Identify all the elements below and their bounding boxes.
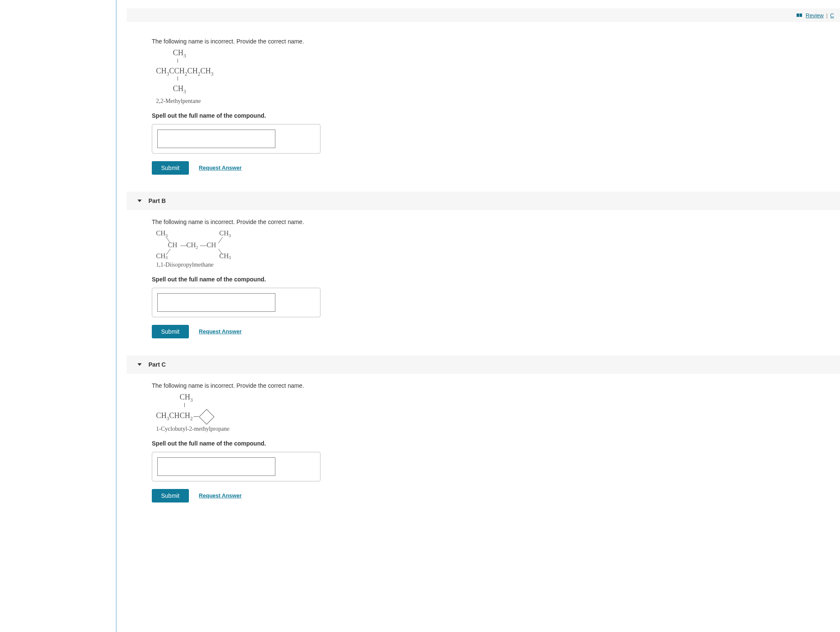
toolbar-divider: | <box>826 12 827 19</box>
svg-text:3: 3 <box>165 255 168 259</box>
part-a-prompt: The following name is incorrect. Provide… <box>152 38 815 45</box>
part-b-header[interactable]: Part B <box>127 192 840 210</box>
svg-line-5 <box>218 237 223 243</box>
part-c-submit-button[interactable]: Submit <box>152 489 189 502</box>
part-b-answer-input[interactable] <box>157 293 275 312</box>
part-c-structure: CH3 CH3CHCH2 <box>156 393 815 422</box>
part-a-structure: CH3 CH3CCH2CH2CH3 CH3 <box>156 49 815 95</box>
part-b-submit-button[interactable]: Submit <box>152 325 189 338</box>
svg-text:CH: CH <box>168 241 178 248</box>
cyclobutyl-ring-icon <box>199 409 215 424</box>
svg-text:3: 3 <box>229 233 231 238</box>
part-b-caption: 1,1-Diisopropylmethane <box>156 262 815 268</box>
part-a-input-box <box>152 124 320 154</box>
part-c-instruction: Spell out the full name of the compound. <box>152 440 815 447</box>
chevron-down-icon <box>137 363 142 366</box>
part-a-request-answer-link[interactable]: Request Answer <box>199 165 242 171</box>
part-b-structure: CH3 CH3 CH — CH2 — CH CH3 CH <box>156 230 815 259</box>
part-a: The following name is incorrect. Provide… <box>127 30 840 187</box>
svg-text:2: 2 <box>196 245 198 250</box>
part-c-request-answer-link[interactable]: Request Answer <box>199 492 242 499</box>
part-b-title: Part B <box>148 197 166 204</box>
part-c-input-box <box>152 452 320 481</box>
part-b-input-box <box>152 288 320 317</box>
part-b-instruction: Spell out the full name of the compound. <box>152 276 815 283</box>
review-link[interactable]: Review <box>806 12 824 19</box>
part-a-caption: 2,2-Methylpentane <box>156 98 815 105</box>
svg-text:CH: CH <box>219 252 229 259</box>
part-c-prompt: The following name is incorrect. Provide… <box>152 382 815 389</box>
part-a-submit-button[interactable]: Submit <box>152 161 189 175</box>
part-c-header[interactable]: Part C <box>127 355 840 374</box>
svg-text:CH: CH <box>219 230 229 237</box>
svg-text:—: — <box>199 241 207 248</box>
part-c: Part C The following name is incorrect. … <box>127 355 840 515</box>
part-c-answer-input[interactable] <box>157 457 275 476</box>
part-c-caption: 1-Cyclobutyl-2-methylpropane <box>156 426 815 432</box>
svg-text:CH: CH <box>156 252 166 259</box>
part-a-instruction: Spell out the full name of the compound. <box>152 112 815 119</box>
svg-line-12 <box>166 249 170 255</box>
part-b: Part B The following name is incorrect. … <box>127 192 840 351</box>
next-link[interactable]: C <box>830 12 834 19</box>
svg-text:CH: CH <box>156 230 166 237</box>
svg-text:CH: CH <box>207 241 216 248</box>
book-icon <box>797 14 802 17</box>
chevron-down-icon <box>137 200 142 202</box>
svg-text:CH: CH <box>186 241 196 248</box>
part-b-request-answer-link[interactable]: Request Answer <box>199 328 242 335</box>
part-a-answer-input[interactable] <box>157 130 275 148</box>
part-b-prompt: The following name is incorrect. Provide… <box>152 219 815 225</box>
svg-text:3: 3 <box>229 255 231 259</box>
part-c-title: Part C <box>148 361 166 368</box>
left-border-rule <box>116 0 116 632</box>
svg-text:3: 3 <box>165 233 168 238</box>
toolbar-strip: Review | C <box>127 8 840 22</box>
